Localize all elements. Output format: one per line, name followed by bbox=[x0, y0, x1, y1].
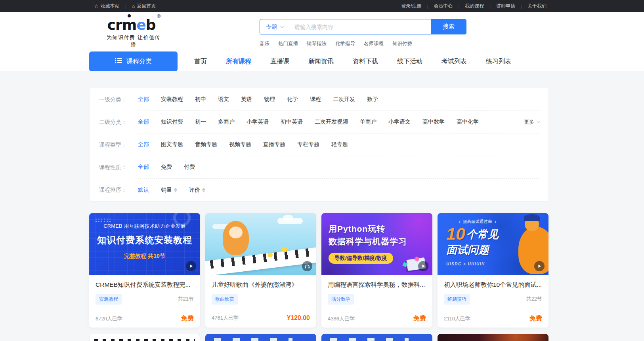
filter-option[interactable]: 英语 bbox=[241, 96, 252, 103]
topbar-link[interactable]: 关于我们 bbox=[527, 3, 547, 10]
hot-search-link[interactable]: 音乐 bbox=[260, 40, 269, 47]
search-button[interactable]: 搜索 bbox=[431, 19, 466, 34]
topbar-left: ☆ 收藏本站 | ⌂ 返回首页 bbox=[94, 3, 156, 10]
filter-option[interactable]: 音频专题 bbox=[195, 141, 217, 148]
filter-option[interactable]: 图文专题 bbox=[161, 141, 183, 148]
filter-option[interactable]: 知识付费 bbox=[161, 118, 183, 126]
favorite-site-label: 收藏本站 bbox=[101, 3, 120, 10]
filter-option[interactable]: 专栏专题 bbox=[297, 141, 319, 148]
hot-search-link[interactable]: 名师课程 bbox=[364, 40, 384, 47]
filter-option[interactable]: 初一 bbox=[195, 118, 206, 126]
filter-label: 二级分类： bbox=[99, 111, 138, 133]
filter-option[interactable]: 全部 bbox=[138, 141, 149, 148]
course-card[interactable]: CRMEB 用互联网技术助力企业发展 知识付费系统安装教程 完整教程 共10节 … bbox=[89, 213, 200, 328]
more-link[interactable]: 更多 bbox=[524, 118, 539, 126]
filter-option[interactable]: 安装教程 bbox=[161, 96, 183, 103]
decorative-dots bbox=[95, 218, 112, 223]
hot-search-link[interactable]: 知识付费 bbox=[392, 40, 412, 47]
filter-option[interactable]: 视频专题 bbox=[229, 141, 251, 148]
chevron-down-icon bbox=[537, 120, 540, 123]
course-title[interactable]: 初入职场老师教你10个常见的面试... bbox=[444, 281, 542, 289]
home-icon: ⌂ bbox=[132, 3, 135, 9]
filter-option[interactable]: 语文 bbox=[218, 96, 229, 103]
search-category-select[interactable]: 专题 bbox=[260, 19, 289, 34]
filter-option[interactable]: 二次开发 bbox=[333, 96, 355, 103]
course-title[interactable]: 用编程语言探索科学奥秘，数据科... bbox=[328, 281, 426, 289]
search-input[interactable] bbox=[289, 19, 431, 34]
filter-option[interactable]: 高中化学 bbox=[457, 118, 479, 126]
course-card[interactable]: 儿童好听歌曲《外婆的澎湖湾》 歌曲欣赏 4761人已学 ¥120.00 bbox=[205, 213, 316, 328]
topbar-link[interactable]: 我的课程 bbox=[465, 3, 484, 10]
topbar-link[interactable]: 登录/注册 bbox=[401, 3, 421, 10]
filter-option[interactable]: 单商户 bbox=[360, 118, 376, 126]
filter-option[interactable]: 高中数学 bbox=[422, 118, 445, 126]
course-tag: 安装教程 bbox=[96, 294, 122, 305]
filter-option[interactable]: 全部 bbox=[138, 118, 149, 126]
nav-item[interactable]: 首页 bbox=[194, 57, 207, 66]
filter-option[interactable]: 初中英语 bbox=[281, 118, 303, 126]
course-card[interactable]: 提高面试通过率 10 个常见 面试问题 UISDC × UIIIUIII 初入职… bbox=[438, 213, 548, 328]
course-card[interactable]: 用Python玩转 数据科学与机器学习 导数/偏导数/梯度/散度 用编程语言探索… bbox=[321, 213, 432, 328]
course-learners: 2110人已学 bbox=[444, 315, 470, 322]
topbar-link[interactable]: 会员中心 bbox=[434, 3, 453, 10]
filter-option[interactable]: 付费 bbox=[184, 164, 195, 171]
nav-item[interactable]: 直播课 bbox=[270, 57, 289, 66]
filter-option[interactable]: 小学英语 bbox=[247, 118, 269, 126]
topbar-link[interactable]: 讲师申请 bbox=[496, 3, 515, 10]
nav-item[interactable]: 线下活动 bbox=[397, 57, 422, 66]
banner-caption: 完整教程 共10节 bbox=[89, 253, 200, 260]
course-tag: 歌曲欣赏 bbox=[212, 294, 238, 305]
course-card-partial[interactable] bbox=[89, 334, 200, 341]
filter-option[interactable]: 数学 bbox=[367, 96, 378, 103]
filter-option[interactable]: 多商户 bbox=[218, 118, 235, 126]
filter-label: 课程类型： bbox=[99, 133, 138, 156]
filter-option-label: 销量 bbox=[161, 187, 172, 194]
logo[interactable]: crmeb® 为知识付费 让价值传播 bbox=[106, 17, 161, 48]
course-title[interactable]: 儿童好听歌曲《外婆的澎湖湾》 bbox=[212, 281, 310, 289]
course-card-partial[interactable] bbox=[321, 334, 432, 341]
course-category-button[interactable]: 课程分类 bbox=[89, 51, 178, 71]
filter-option[interactable]: 化学 bbox=[287, 96, 298, 103]
chevron-right-icon bbox=[458, 220, 461, 223]
logo-tagline: 为知识付费 让价值传播 bbox=[106, 34, 161, 48]
nav-links: 首页所有课程直播课新闻资讯资料下载线下活动考试列表练习列表 bbox=[194, 57, 511, 66]
hot-search-link[interactable]: 钢琴指法 bbox=[307, 40, 327, 47]
filter-sort-option[interactable]: 销量 bbox=[161, 187, 177, 194]
filter-option[interactable]: 免费 bbox=[161, 164, 172, 171]
filter-option[interactable]: 课程 bbox=[310, 96, 321, 103]
filter-option[interactable]: 物理 bbox=[264, 96, 275, 103]
filter-option[interactable]: 小学语文 bbox=[388, 118, 411, 126]
nav-item[interactable]: 练习列表 bbox=[486, 57, 511, 66]
hot-search-link[interactable]: 化学指导 bbox=[335, 40, 355, 47]
filter-option[interactable]: 轻专题 bbox=[331, 141, 348, 148]
course-card-partial[interactable] bbox=[438, 334, 548, 341]
hot-search-link[interactable]: 热门直播 bbox=[278, 40, 298, 47]
headphone-icon bbox=[302, 261, 312, 271]
filter-option[interactable]: 默认 bbox=[138, 187, 149, 194]
nav-item[interactable]: 资料下载 bbox=[353, 57, 378, 66]
play-icon bbox=[186, 261, 196, 271]
nav-item[interactable]: 考试列表 bbox=[441, 57, 467, 66]
child-illustration bbox=[223, 221, 249, 255]
chevron-left-icon bbox=[494, 220, 497, 223]
filter-sort-option[interactable]: 评价 bbox=[189, 187, 205, 194]
favorite-site-link[interactable]: ☆ 收藏本站 bbox=[94, 3, 120, 10]
nav-item[interactable]: 所有课程 bbox=[226, 57, 251, 66]
course-learners: 6720人已学 bbox=[96, 315, 122, 322]
course-category-label: 课程分类 bbox=[126, 57, 152, 66]
filter-option[interactable]: 全部 bbox=[138, 96, 149, 103]
back-home-link[interactable]: ⌂ 返回首页 bbox=[132, 3, 156, 10]
nav-item[interactable]: 新闻资讯 bbox=[308, 57, 334, 66]
course-title[interactable]: CRMEB知识付费系统安装教程完... bbox=[96, 281, 194, 289]
filter-option[interactable]: 二次开发视频 bbox=[315, 118, 348, 126]
filter-options: 默认销量评价 bbox=[138, 187, 205, 194]
topbar: ☆ 收藏本站 | ⌂ 返回首页 登录/注册|会员中心|我的课程|讲师申请|关于我… bbox=[0, 0, 644, 12]
sort-carets bbox=[202, 188, 205, 192]
course-banner: 提高面试通过率 10 个常见 面试问题 UISDC × UIIIUIII bbox=[438, 213, 548, 275]
header: crmeb® 为知识付费 让价值传播 专题 搜索 音乐热门直播钢琴指法化学指导名… bbox=[0, 12, 644, 51]
course-banner: 用Python玩转 数据科学与机器学习 导数/偏导数/梯度/散度 bbox=[321, 213, 432, 275]
filter-option[interactable]: 初中 bbox=[195, 96, 206, 103]
filter-option[interactable]: 直播专题 bbox=[263, 141, 285, 148]
course-card-partial[interactable] bbox=[205, 334, 316, 341]
filter-option[interactable]: 全部 bbox=[138, 164, 149, 171]
